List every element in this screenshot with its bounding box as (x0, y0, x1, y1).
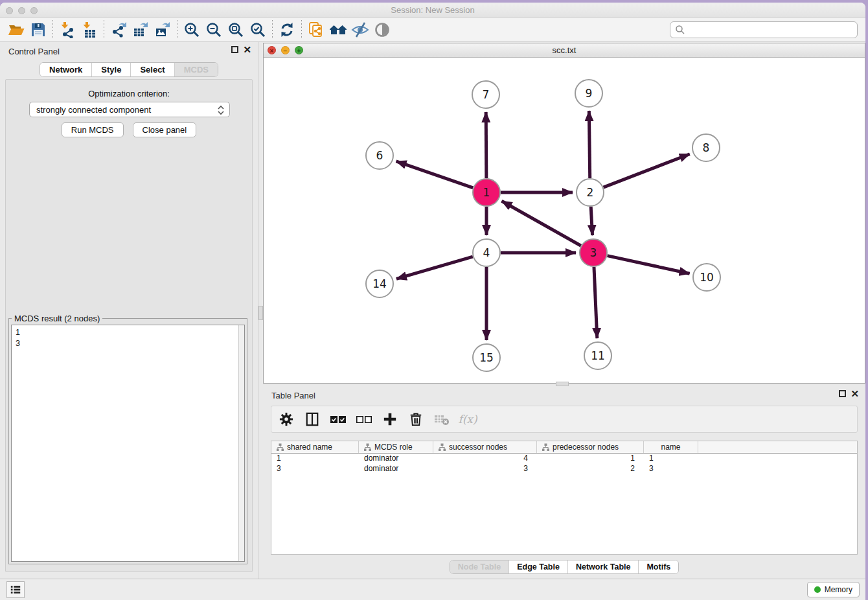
graph-node-1[interactable]: 1 (473, 179, 500, 206)
control-panel: Control Panel ✕ Network Style Select MCD… (0, 42, 258, 579)
search-input[interactable] (685, 23, 857, 36)
table-cell[interactable]: 3 (433, 464, 537, 474)
table-cell[interactable]: 4 (433, 454, 537, 464)
close-panel-icon[interactable]: ✕ (243, 46, 251, 53)
tab-mcds[interactable]: MCDS (175, 63, 218, 76)
graph-node-15[interactable]: 15 (473, 344, 500, 371)
zoom-fit-icon[interactable] (225, 20, 247, 40)
graph-node-9[interactable]: 9 (575, 80, 602, 107)
optimization-criterion-label: Optimization criterion: (6, 89, 252, 98)
column-header-successor-nodes[interactable]: successor nodes (433, 441, 537, 453)
graph-edge-2-9[interactable] (589, 111, 589, 178)
export-image-icon[interactable] (152, 20, 174, 40)
open-folder-icon[interactable] (5, 20, 27, 40)
column-header-name[interactable]: name (644, 441, 698, 453)
column-header-predecessor-nodes[interactable]: predecessor nodes (537, 441, 644, 453)
mcds-panel: Optimization criterion: strongly connect… (5, 79, 253, 572)
zoom-selected-icon[interactable] (247, 20, 269, 40)
table-toolbar: f(x) (271, 406, 858, 433)
table-cell[interactable]: 2 (537, 464, 644, 474)
export-network-icon[interactable] (108, 20, 130, 40)
graph-node-3[interactable]: 3 (580, 239, 607, 266)
table-row[interactable]: 3dominator323 (271, 464, 857, 474)
table-cell[interactable]: dominator (359, 464, 433, 474)
split-handle-vertical[interactable] (258, 306, 263, 320)
hide-icon[interactable] (349, 20, 371, 40)
home-network-icon[interactable] (327, 20, 349, 40)
columns-icon[interactable] (304, 411, 321, 428)
window-title: Session: New Session (0, 5, 865, 15)
tab-network[interactable]: Network (40, 63, 92, 76)
save-icon[interactable] (27, 20, 49, 40)
table-cell[interactable]: 1 (537, 454, 644, 464)
optimization-criterion-select[interactable]: strongly connected component (29, 102, 230, 117)
run-mcds-button[interactable]: Run MCDS (62, 122, 124, 137)
import-network-icon[interactable] (56, 20, 78, 40)
graph-node-6[interactable]: 6 (366, 142, 393, 169)
tab-edge-table[interactable]: Edge Table (509, 560, 568, 573)
table-panel-header: Table Panel ✕ (263, 386, 865, 404)
task-history-button[interactable] (6, 581, 25, 598)
column-header-MCDS-role[interactable]: MCDS role (359, 441, 433, 453)
gear-icon[interactable] (278, 411, 295, 428)
graph-edge-1-6[interactable] (396, 161, 474, 188)
graph-node-8[interactable]: 8 (692, 134, 720, 161)
float-panel-icon[interactable] (231, 46, 238, 53)
graph-edge-1-7[interactable] (486, 112, 486, 178)
search-box[interactable] (670, 21, 858, 38)
svg-text:1: 1 (483, 186, 490, 199)
graph-node-4[interactable]: 4 (473, 239, 500, 266)
result-scrollbar[interactable] (238, 325, 244, 561)
graph-node-7[interactable]: 7 (472, 81, 499, 108)
mcds-result-list[interactable]: 1 3 (11, 325, 245, 562)
add-icon[interactable] (382, 411, 398, 428)
graph-edge-2-8[interactable] (604, 154, 690, 187)
tab-motifs[interactable]: Motifs (639, 560, 678, 573)
graph-node-14[interactable]: 14 (366, 270, 393, 297)
graph-node-11[interactable]: 11 (584, 342, 611, 369)
tab-node-table[interactable]: Node Table (450, 560, 509, 573)
split-handle-horizontal[interactable] (556, 382, 569, 386)
trash-icon[interactable] (407, 411, 424, 428)
graph-edge-3-10[interactable] (607, 256, 689, 274)
tab-network-table[interactable]: Network Table (568, 560, 639, 573)
zoom-out-icon[interactable] (203, 20, 225, 40)
tab-style[interactable]: Style (92, 63, 131, 76)
column-header-shared-name[interactable]: shared name (271, 441, 359, 453)
graph-edge-3-11[interactable] (594, 267, 597, 338)
table-panel-title: Table Panel (271, 391, 315, 400)
graph-edge-3-1[interactable] (502, 201, 581, 246)
show-icon[interactable] (371, 20, 393, 40)
close-panel-icon[interactable]: ✕ (851, 390, 859, 397)
network-canvas[interactable]: 7968124314101511 (264, 58, 865, 383)
refresh-icon[interactable] (276, 20, 298, 40)
svg-text:3: 3 (590, 246, 597, 259)
table-cell[interactable]: 1 (271, 454, 359, 464)
network-window-titlebar[interactable]: × − + scc.txt (264, 43, 865, 58)
duplicate-network-icon[interactable] (305, 20, 327, 40)
graph-edge-2-3[interactable] (591, 207, 592, 235)
control-panel-header: Control Panel ✕ (0, 42, 258, 60)
titlebar: Session: New Session (0, 3, 865, 17)
zoom-in-icon[interactable] (181, 20, 203, 40)
table-cell[interactable]: 3 (271, 464, 359, 474)
table-cell[interactable]: 3 (644, 464, 698, 474)
chevron-up-down-icon (217, 105, 225, 115)
tab-select[interactable]: Select (131, 63, 174, 76)
graph-node-10[interactable]: 10 (693, 264, 720, 291)
export-table-icon[interactable] (130, 20, 152, 40)
select-all-icon[interactable] (330, 411, 347, 428)
memory-button[interactable]: Memory (807, 582, 860, 597)
table-cell[interactable]: 1 (644, 454, 698, 464)
list-icon (10, 584, 21, 595)
table-row[interactable]: 1dominator411 (271, 454, 857, 464)
delete-table-icon[interactable] (433, 411, 450, 428)
function-icon[interactable]: f(x) (459, 411, 476, 428)
close-panel-button[interactable]: Close panel (133, 122, 197, 137)
float-panel-icon[interactable] (839, 390, 846, 397)
graph-edge-4-14[interactable] (396, 257, 473, 279)
deselect-all-icon[interactable] (356, 411, 372, 428)
graph-node-2[interactable]: 2 (577, 179, 604, 206)
import-table-icon[interactable] (78, 20, 100, 40)
table-cell[interactable]: dominator (359, 454, 433, 464)
